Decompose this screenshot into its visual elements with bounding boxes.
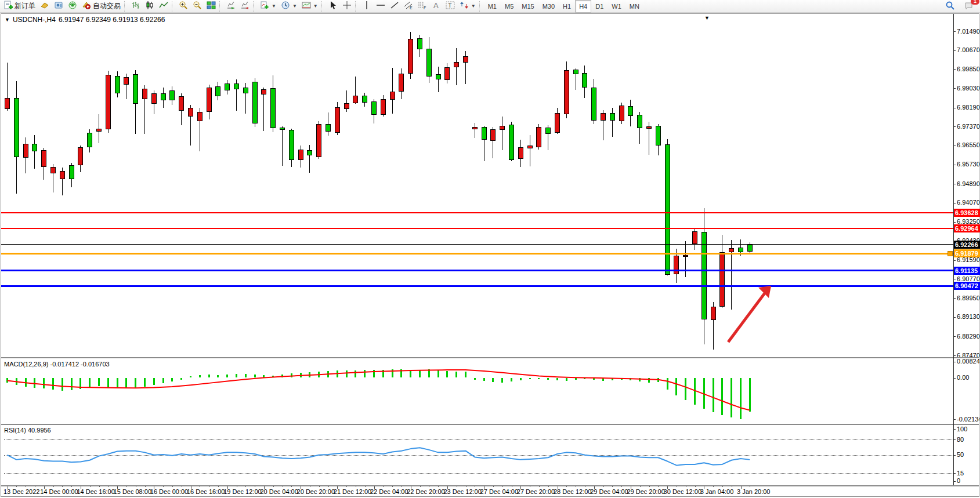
pane-separator[interactable] (1, 357, 979, 358)
search-button[interactable] (943, 0, 957, 13)
macd-histogram-bar (392, 369, 393, 377)
candle-up (637, 115, 642, 128)
macd-tick-label: 0.00 (957, 374, 969, 381)
search-icon (945, 1, 955, 12)
text-label-button[interactable]: T (443, 0, 457, 13)
price-level-line[interactable] (1, 253, 953, 255)
text-button[interactable]: A (429, 0, 443, 13)
periods-button[interactable]: ▼ (279, 0, 299, 13)
macd-histogram-bar (309, 372, 310, 377)
market-depth-icon (40, 1, 49, 12)
timeframe-button-m15[interactable]: M15 (518, 0, 538, 13)
zoom-out-button[interactable] (190, 0, 204, 13)
time-tick-label: 14 Dec 00:00 (40, 488, 78, 495)
collapse-icon[interactable]: ▼ (5, 17, 10, 23)
macd-histogram-bar (245, 374, 247, 377)
candle-down (490, 129, 496, 141)
notifications-button[interactable]: 1 (962, 0, 977, 13)
macd-histogram-bar (236, 374, 237, 377)
candle-up (582, 73, 587, 88)
candle-down (646, 126, 652, 129)
zoom-in-button[interactable] (176, 0, 190, 13)
timeframe-button-mn[interactable]: MN (625, 0, 643, 13)
new-order-icon (3, 1, 13, 12)
text-icon: A (432, 1, 441, 12)
macd-histogram-bar (272, 376, 274, 377)
candle-down (444, 67, 450, 80)
chart-window[interactable]: ▼ USDCNH-,H4 6.91947 6.92349 6.91913 6.9… (1, 13, 979, 497)
timeframe-button-d1[interactable]: D1 (591, 0, 607, 13)
line-chart-button[interactable] (157, 0, 171, 13)
horizontal-line-button[interactable] (374, 0, 388, 13)
candle-down (527, 146, 533, 148)
macd-histogram-bar (612, 378, 613, 380)
timeframe-button-h1[interactable]: H1 (559, 0, 575, 13)
orange-line-endpoint-marker[interactable] (948, 251, 953, 256)
arrow-head (758, 286, 771, 298)
timeframe-button-m5[interactable]: M5 (501, 0, 518, 13)
arrows-button[interactable]: ▼ (457, 0, 478, 13)
candle-up (115, 76, 120, 93)
candle-down (601, 113, 606, 121)
rsi-line (8, 448, 750, 465)
chart-shift-button[interactable] (238, 0, 252, 13)
macd-histogram-bar (318, 372, 320, 377)
add-indicator-button[interactable]: ▼ (258, 0, 279, 13)
macd-histogram-bar (364, 370, 366, 377)
cursor-button[interactable] (326, 0, 340, 13)
window-menu-icon[interactable]: ▼ (704, 15, 710, 21)
macd-tick-label: 0.008246 (957, 358, 980, 365)
price-level-line[interactable] (1, 212, 953, 213)
candle-down (399, 74, 404, 92)
candle-up (610, 113, 615, 121)
candle-down (261, 89, 266, 94)
equidistant-channel-button[interactable]: E (402, 0, 415, 13)
time-tick-label: 23 Dec 12:00 (443, 488, 481, 495)
candle-up (436, 74, 441, 79)
macd-histogram-bar (373, 370, 375, 377)
price-level-line[interactable] (1, 270, 953, 271)
fibonacci-icon: F (418, 1, 427, 12)
templates-button[interactable]: ▼ (299, 0, 320, 13)
fibonacci-button[interactable]: F (415, 0, 429, 13)
price-tick-label: 7.00670 (957, 46, 980, 54)
pane-separator[interactable] (1, 424, 979, 425)
price-level-line[interactable] (1, 228, 953, 229)
price-level-line[interactable] (1, 244, 953, 245)
candle-down (335, 107, 340, 133)
bar-chart-button[interactable] (129, 0, 143, 13)
tile-windows-button[interactable] (204, 0, 218, 13)
trend-line-button[interactable] (388, 0, 402, 13)
chart-shift-icon (240, 1, 249, 12)
candle-up (747, 245, 753, 252)
timeframe-button-w1[interactable]: W1 (607, 0, 625, 13)
auto-trading-button[interactable]: 自动交易 (79, 0, 123, 13)
timeframe-button-m1[interactable]: M1 (484, 0, 501, 13)
timeframe-button-m30[interactable]: M30 (538, 0, 559, 13)
timeframe-button-h4[interactable]: H4 (575, 0, 591, 13)
candle-up (270, 88, 276, 128)
candle-wick (612, 108, 613, 137)
candle-up (243, 88, 248, 93)
auto-scroll-button[interactable] (224, 0, 238, 13)
macd-histogram-bar (731, 378, 732, 417)
signals-button[interactable] (66, 0, 79, 13)
auto-scroll-icon (226, 1, 236, 12)
candle-up (545, 128, 551, 134)
candlestick-chart-button[interactable] (143, 0, 157, 13)
candle-wick (392, 68, 393, 114)
candle-down (711, 307, 716, 320)
price-level-line[interactable] (1, 285, 953, 287)
time-tick-label: 20 Dec 04:00 (260, 488, 298, 495)
candle-up (482, 127, 487, 140)
candle-up (234, 83, 239, 89)
macd-histogram-bar (254, 375, 256, 377)
new-order-button[interactable]: 新订单 (1, 0, 38, 13)
vertical-line-button[interactable] (360, 0, 374, 13)
macd-histogram-bar (538, 378, 540, 379)
crosshair-button[interactable] (340, 0, 354, 13)
time-tick-label: 21 Dec 12:00 (334, 488, 371, 495)
strategy-tester-button[interactable] (52, 0, 66, 13)
macd-histogram-bar (547, 378, 549, 380)
market-depth-button[interactable] (38, 0, 52, 13)
